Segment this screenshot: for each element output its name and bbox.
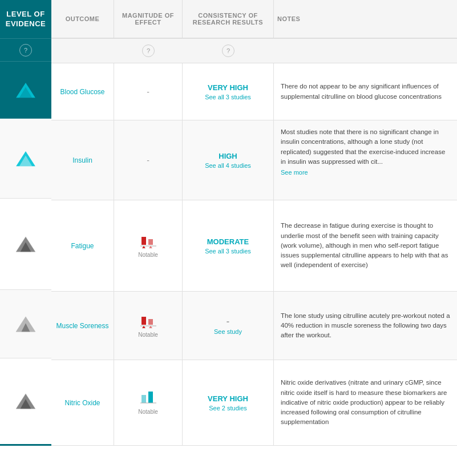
outcome-muscle-soreness: Muscle Soreness xyxy=(51,292,114,360)
svg-marker-16 xyxy=(142,246,145,248)
svg-marker-17 xyxy=(149,246,152,248)
outcome-header: OUTCOME xyxy=(51,0,114,38)
pyramid-icon-nitric-oxide xyxy=(14,393,37,410)
outcome-fatigue: Fatigue xyxy=(51,200,114,291)
consistency-level-nitric-oxide: VERY HIGH xyxy=(208,394,248,403)
row-muscle-soreness: Muscle Soreness Notable - See study xyxy=(51,292,457,360)
magnitude-blood-glucose: - xyxy=(114,63,183,120)
svg-rect-14 xyxy=(148,239,153,245)
see-all-muscle-soreness[interactable]: See study xyxy=(214,328,242,335)
outcome-nitric-oxide: Nitric Oxide xyxy=(51,360,114,445)
evidence-cell-blood-glucose xyxy=(0,62,51,119)
evidence-cell-insulin xyxy=(0,119,51,199)
consistency-header: CONSISTENCY OF RESEARCH RESULTS xyxy=(183,0,274,38)
svg-rect-19 xyxy=(148,319,153,325)
evidence-column: LEVEL OF EVIDENCE ? xyxy=(0,0,51,446)
consistency-blood-glucose: VERY HIGH See all 3 studies xyxy=(183,63,274,120)
evidence-cell-muscle-soreness xyxy=(0,290,51,358)
pyramid-icon-blood-glucose xyxy=(14,82,37,99)
nitric-notable-label: Notable xyxy=(138,409,157,415)
outcome-insulin: Insulin xyxy=(51,120,114,200)
see-all-blood-glucose[interactable]: See all 3 studies xyxy=(205,94,251,100)
notes-header: NOTES xyxy=(274,0,457,38)
header-row: OUTCOME MAGNITUDE OF EFFECT CONSISTENCY … xyxy=(51,0,457,39)
nitric-oxide-link[interactable]: Nitric Oxide xyxy=(64,399,100,407)
consistency-subheader: ? xyxy=(183,42,274,59)
muscle-soreness-link[interactable]: Muscle Soreness xyxy=(56,322,108,330)
muscle-notable-label: Notable xyxy=(138,332,157,338)
magnitude-muscle-soreness: Notable xyxy=(114,292,183,360)
magnitude-nitric-oxide: Notable xyxy=(114,360,183,445)
insulin-link[interactable]: Insulin xyxy=(72,156,92,164)
consistency-level-fatigue: MODERATE xyxy=(207,237,249,246)
see-all-fatigue[interactable]: See all 3 studies xyxy=(205,248,251,255)
consistency-level-blood-glucose: VERY HIGH xyxy=(208,83,248,92)
magnitude-subheader: ? xyxy=(114,42,183,59)
outcome-blood-glucose: Blood Glucose xyxy=(51,63,114,120)
consistency-nitric-oxide: VERY HIGH See 2 studies xyxy=(183,360,274,445)
see-all-insulin[interactable]: See all 4 studies xyxy=(205,162,251,169)
pyramid-icon-insulin xyxy=(14,150,37,167)
row-nitric-oxide: Nitric Oxide Notable VERY HIGH See 2 stu… xyxy=(51,360,457,446)
magnitude-help-icon[interactable]: ? xyxy=(142,45,155,57)
see-all-nitric-oxide[interactable]: See 2 studies xyxy=(209,405,247,412)
notes-muscle-soreness: The lone study using citrulline acutely … xyxy=(274,292,457,360)
svg-marker-21 xyxy=(142,326,145,328)
fatigue-link[interactable]: Fatigue xyxy=(71,242,94,250)
nitric-notable-wrap: Notable xyxy=(138,390,157,415)
row-fatigue: Fatigue Notable xyxy=(51,200,457,292)
evidence-header-label: LEVEL OF EVIDENCE xyxy=(3,10,48,29)
see-more-insulin[interactable]: See more xyxy=(281,168,308,178)
consistency-level-insulin: HIGH xyxy=(219,152,237,160)
evidence-cell-nitric-oxide xyxy=(0,358,51,444)
fatigue-notable-label: Notable xyxy=(138,252,157,258)
notes-fatigue: The decrease in fatigue during exercise … xyxy=(274,200,457,291)
consistency-level-muscle-soreness: - xyxy=(227,316,229,326)
notes-subheader xyxy=(274,42,457,59)
fatigue-notable-wrap: Notable xyxy=(138,233,157,258)
muscle-notable-wrap: Notable xyxy=(138,313,157,338)
consistency-fatigue: MODERATE See all 3 studies xyxy=(183,200,274,291)
notes-insulin: Most studies note that there is no signi… xyxy=(274,120,457,200)
evidence-table: LEVEL OF EVIDENCE ? xyxy=(0,0,457,446)
consistency-help-icon[interactable]: ? xyxy=(222,45,234,57)
subheader-row: ? ? xyxy=(51,39,457,63)
row-blood-glucose: Blood Glucose - VERY HIGH See all 3 stud… xyxy=(51,63,457,120)
svg-rect-18 xyxy=(141,317,146,325)
magnitude-header: MAGNITUDE OF EFFECT xyxy=(114,0,183,38)
pyramid-icon-fatigue xyxy=(14,236,37,253)
evidence-help-icon[interactable]: ? xyxy=(19,44,32,57)
row-insulin: Insulin - HIGH See all 4 studies Most st… xyxy=(51,120,457,200)
fatigue-magnitude-icon xyxy=(139,233,157,249)
svg-rect-23 xyxy=(141,395,146,403)
muscle-magnitude-icon xyxy=(139,313,157,329)
consistency-insulin: HIGH See all 4 studies xyxy=(183,120,274,200)
notes-nitric-oxide: Nitric oxide derivatives (nitrate and ur… xyxy=(274,360,457,445)
svg-rect-13 xyxy=(141,237,146,245)
notes-blood-glucose: There do not appear to be any significan… xyxy=(274,63,457,120)
consistency-muscle-soreness: - See study xyxy=(183,292,274,360)
outcome-subheader xyxy=(51,42,114,59)
magnitude-fatigue: Notable xyxy=(114,200,183,291)
magnitude-insulin: - xyxy=(114,120,183,200)
svg-marker-22 xyxy=(149,326,152,328)
pyramid-icon-muscle-soreness xyxy=(14,316,37,333)
blood-glucose-link[interactable]: Blood Glucose xyxy=(60,88,104,96)
main-columns: OUTCOME MAGNITUDE OF EFFECT CONSISTENCY … xyxy=(51,0,457,446)
nitric-magnitude-icon xyxy=(139,390,157,406)
evidence-cell-fatigue xyxy=(0,199,51,290)
